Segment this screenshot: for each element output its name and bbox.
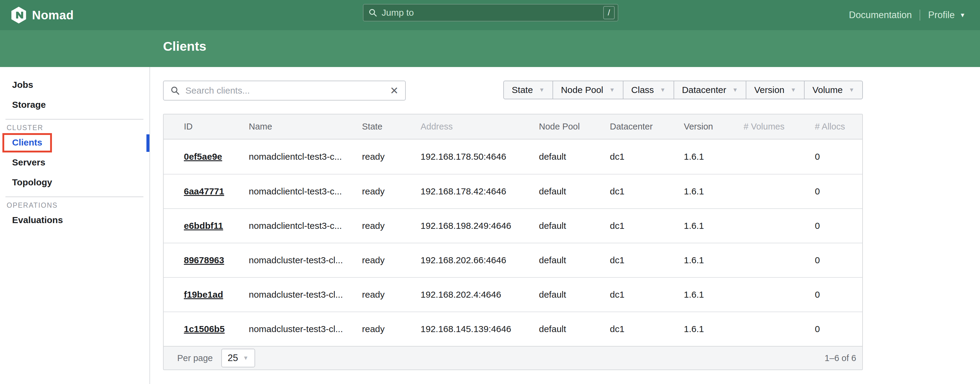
per-page-label: Per page xyxy=(177,353,213,363)
chevron-down-icon: ▼ xyxy=(539,87,545,93)
sidebar-divider xyxy=(5,119,143,120)
client-datacenter: dc1 xyxy=(610,255,684,265)
top-navbar: Nomad / Documentation Profile ▼ xyxy=(0,0,980,30)
client-allocs: 0 xyxy=(815,324,862,334)
nomad-home-link[interactable]: Nomad xyxy=(11,6,74,24)
client-allocs: 0 xyxy=(815,221,862,231)
client-id-link[interactable]: e6bdbf11 xyxy=(184,221,223,231)
client-allocs: 0 xyxy=(815,151,862,162)
client-id-link[interactable]: f19be1ad xyxy=(184,290,223,300)
clients-table: ID Name State Address Node Pool Datacent… xyxy=(163,114,863,370)
client-state: ready xyxy=(362,255,420,265)
client-version: 1.6.1 xyxy=(684,290,744,300)
sidebar-item-evaluations[interactable]: Evaluations xyxy=(0,210,150,230)
client-address: 192.168.178.42:4646 xyxy=(420,186,539,196)
chevron-down-icon: ▼ xyxy=(609,87,615,93)
column-header-name[interactable]: Name xyxy=(249,122,362,132)
client-id-link[interactable]: 1c1506b5 xyxy=(184,324,224,334)
sidebar: Jobs Storage CLUSTER Clients Servers Top… xyxy=(0,67,150,384)
chevron-down-icon: ▼ xyxy=(791,87,796,93)
client-version: 1.6.1 xyxy=(684,221,744,231)
client-node-pool: default xyxy=(539,290,610,300)
profile-menu[interactable]: Profile ▼ xyxy=(928,10,966,21)
table-header-row: ID Name State Address Node Pool Datacent… xyxy=(164,115,862,139)
table-row[interactable]: 0ef5ae9e nomadclientcl-test3-c... ready … xyxy=(164,139,862,174)
pagination-range-label: 1–6 of 6 xyxy=(824,353,856,363)
clients-search-box: ✕ xyxy=(163,81,406,100)
filter-volume[interactable]: Volume ▼ xyxy=(804,81,863,99)
table-row[interactable]: 1c1506b5 nomadcluster-test3-cl... ready … xyxy=(164,312,862,346)
table-row[interactable]: e6bdbf11 nomadclientcl-test3-c... ready … xyxy=(164,208,862,243)
sidebar-item-storage[interactable]: Storage xyxy=(0,95,150,115)
client-version: 1.6.1 xyxy=(684,151,744,162)
active-item-indicator xyxy=(146,134,150,152)
column-header-id[interactable]: ID xyxy=(164,122,249,132)
client-id-link[interactable]: 89678963 xyxy=(184,255,224,265)
filter-state[interactable]: State ▼ xyxy=(503,81,553,99)
documentation-link[interactable]: Documentation xyxy=(849,10,912,21)
filter-datacenter[interactable]: Datacenter ▼ xyxy=(674,81,747,99)
client-id-link[interactable]: 0ef5ae9e xyxy=(184,151,222,161)
column-header-address: Address xyxy=(420,122,539,132)
jump-to-search[interactable]: / xyxy=(363,4,618,21)
table-footer: Per page 25 ▼ 1–6 of 6 xyxy=(164,346,862,370)
column-header-state[interactable]: State xyxy=(362,122,420,132)
sidebar-section-cluster: CLUSTER xyxy=(6,124,150,132)
filter-node-pool[interactable]: Node Pool ▼ xyxy=(552,81,624,99)
client-version: 1.6.1 xyxy=(684,324,744,334)
filter-class[interactable]: Class ▼ xyxy=(623,81,674,99)
search-icon xyxy=(170,86,180,96)
per-page-select[interactable]: 25 ▼ xyxy=(221,349,255,367)
client-version: 1.6.1 xyxy=(684,186,744,196)
client-address: 192.168.202.66:4646 xyxy=(420,255,539,265)
table-row[interactable]: 6aa47771 nomadclientcl-test3-c... ready … xyxy=(164,174,862,208)
main-content: ✕ State ▼ Node Pool ▼ Class ▼ Datacenter… xyxy=(150,67,980,384)
sidebar-item-topology[interactable]: Topology xyxy=(0,172,150,192)
chevron-down-icon: ▼ xyxy=(732,87,738,93)
sidebar-item-servers[interactable]: Servers xyxy=(0,153,150,172)
brand-label: Nomad xyxy=(32,8,74,22)
page-title: Clients xyxy=(163,39,206,54)
client-name: nomadclientcl-test3-c... xyxy=(249,221,362,231)
client-address: 192.168.145.139:4646 xyxy=(420,324,539,334)
client-state: ready xyxy=(362,324,420,334)
filter-bar: State ▼ Node Pool ▼ Class ▼ Datacenter ▼… xyxy=(503,81,863,99)
clients-search-input[interactable] xyxy=(185,85,385,96)
client-state: ready xyxy=(362,186,420,196)
chevron-down-icon: ▼ xyxy=(660,87,666,93)
client-datacenter: dc1 xyxy=(610,221,684,231)
sidebar-divider xyxy=(5,196,143,197)
client-state: ready xyxy=(362,290,420,300)
filter-version[interactable]: Version ▼ xyxy=(746,81,805,99)
client-datacenter: dc1 xyxy=(610,324,684,334)
clear-search-icon[interactable]: ✕ xyxy=(390,85,399,96)
client-name: nomadclientcl-test3-c... xyxy=(249,186,362,196)
column-header-allocs: # Allocs xyxy=(815,122,862,132)
client-node-pool: default xyxy=(539,255,610,265)
sidebar-section-operations: OPERATIONS xyxy=(6,201,150,210)
client-node-pool: default xyxy=(539,151,610,162)
topbar-divider xyxy=(920,10,920,21)
client-id-link[interactable]: 6aa47771 xyxy=(184,186,224,196)
nomad-logo-icon xyxy=(11,6,27,24)
column-header-version[interactable]: Version xyxy=(684,122,744,132)
sidebar-item-jobs[interactable]: Jobs xyxy=(0,75,150,95)
chevron-down-icon: ▼ xyxy=(959,12,966,19)
table-row[interactable]: f19be1ad nomadcluster-test3-cl... ready … xyxy=(164,277,862,312)
per-page-value: 25 xyxy=(228,353,238,363)
client-state: ready xyxy=(362,221,420,231)
client-datacenter: dc1 xyxy=(610,290,684,300)
table-row[interactable]: 89678963 nomadcluster-test3-cl... ready … xyxy=(164,243,862,277)
client-name: nomadcluster-test3-cl... xyxy=(249,255,362,265)
client-datacenter: dc1 xyxy=(610,151,684,162)
client-node-pool: default xyxy=(539,186,610,196)
client-node-pool: default xyxy=(539,221,610,231)
sidebar-item-clients[interactable]: Clients xyxy=(0,132,150,153)
column-header-node-pool[interactable]: Node Pool xyxy=(539,122,610,132)
client-name: nomadcluster-test3-cl... xyxy=(249,290,362,300)
column-header-volumes: # Volumes xyxy=(744,122,815,132)
client-datacenter: dc1 xyxy=(610,186,684,196)
column-header-datacenter[interactable]: Datacenter xyxy=(610,122,684,132)
jump-to-input[interactable] xyxy=(382,8,603,18)
client-allocs: 0 xyxy=(815,255,862,265)
